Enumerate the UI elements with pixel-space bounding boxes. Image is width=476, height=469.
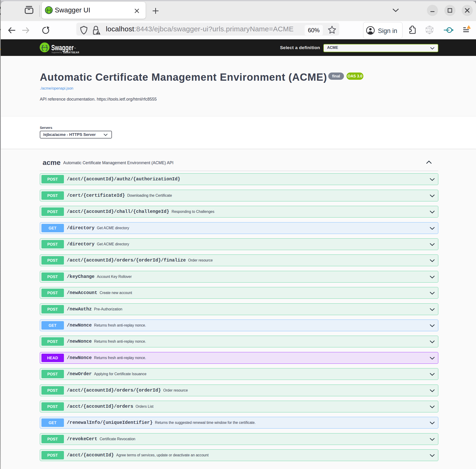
- svg-text:{: {: [40, 45, 44, 51]
- svg-text:}: }: [50, 8, 52, 13]
- svg-text:{: {: [46, 8, 49, 13]
- svg-text:}: }: [45, 45, 49, 51]
